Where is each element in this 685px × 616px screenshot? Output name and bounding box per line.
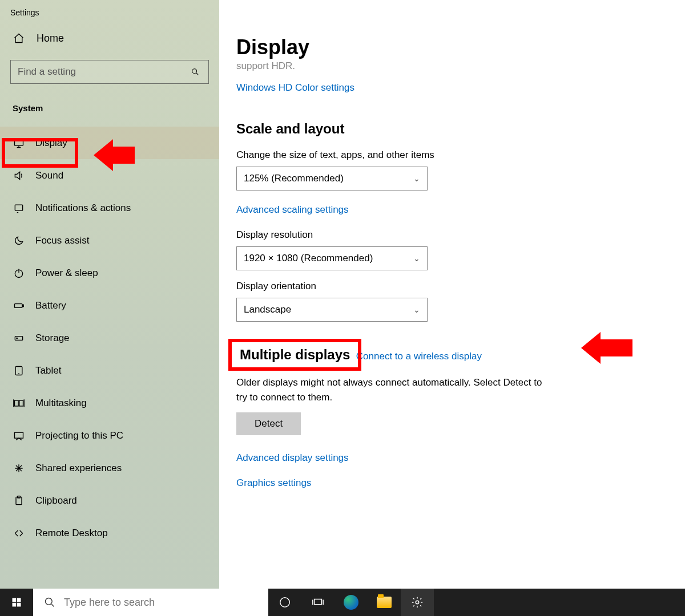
notifications-icon	[13, 202, 25, 214]
nav-item-label: Sound	[35, 170, 63, 181]
nav-item-label: Multitasking	[35, 398, 87, 409]
nav-item-label: Battery	[35, 300, 66, 311]
svg-rect-17	[17, 603, 21, 607]
search-icon	[189, 66, 202, 78]
nav-item-label: Projecting to this PC	[35, 430, 123, 441]
storage-icon	[13, 332, 25, 345]
nav-item-label: Focus assist	[35, 235, 89, 246]
svg-point-18	[46, 598, 53, 605]
dropdown-scale[interactable]: 125% (Recommended) ⌄	[236, 167, 428, 191]
nav-item-label: Remote Desktop	[35, 528, 108, 539]
label-resolution: Display resolution	[236, 229, 662, 241]
nav-item-label: Power & sleep	[35, 268, 98, 279]
nav-item-storage[interactable]: Storage	[0, 322, 219, 354]
nav-item-label: Clipboard	[35, 495, 77, 506]
svg-rect-9	[15, 400, 19, 406]
label-scale: Change the size of text, apps, and other…	[236, 149, 662, 161]
nav-home-label: Home	[37, 33, 64, 44]
taskbar-explorer[interactable]	[368, 589, 401, 616]
page-title: Display	[236, 35, 662, 59]
dropdown-orientation-value: Landscape	[244, 304, 291, 315]
chevron-down-icon: ⌄	[413, 254, 420, 263]
shared-icon	[13, 462, 25, 475]
nav-item-tablet[interactable]: Tablet	[0, 354, 219, 387]
taskbar	[0, 589, 685, 616]
annotation-arrow-multiple-displays	[581, 332, 632, 364]
dropdown-resolution-value: 1920 × 1080 (Recommended)	[244, 253, 373, 264]
sidebar-group-label: System	[0, 84, 219, 113]
svg-rect-10	[19, 400, 23, 406]
heading-scale-layout: Scale and layout	[236, 121, 662, 137]
monitor-icon	[13, 137, 25, 149]
svg-rect-11	[15, 432, 23, 438]
dropdown-resolution[interactable]: 1920 × 1080 (Recommended) ⌄	[236, 246, 428, 270]
nav-item-shared[interactable]: Shared experiences	[0, 452, 219, 484]
dropdown-scale-value: 125% (Recommended)	[244, 173, 344, 184]
sidebar: Settings Home System Display Sound	[0, 0, 219, 589]
clipboard-icon	[13, 495, 25, 507]
text-detect-note: Older displays might not always connect …	[236, 375, 545, 404]
heading-multiple-displays: Multiple displays	[236, 345, 353, 365]
sidebar-search-input[interactable]	[18, 66, 189, 78]
taskbar-search-input[interactable]	[64, 597, 268, 609]
label-orientation: Display orientation	[236, 281, 662, 292]
nav-item-clipboard[interactable]: Clipboard	[0, 484, 219, 517]
link-graphics-settings[interactable]: Graphics settings	[236, 477, 662, 489]
nav-home[interactable]: Home	[0, 17, 219, 44]
gear-icon	[411, 596, 424, 609]
nav-item-sound[interactable]: Sound	[0, 159, 219, 192]
hdr-support-fragment: support HDR.	[236, 60, 662, 72]
svg-point-19	[280, 598, 290, 607]
link-hd-color[interactable]: Windows HD Color settings	[236, 82, 354, 94]
nav-item-power[interactable]: Power & sleep	[0, 257, 219, 289]
nav-item-focus-assist[interactable]: Focus assist	[0, 224, 219, 257]
taskbar-taskview[interactable]	[301, 589, 335, 616]
window-title: Settings	[0, 0, 219, 17]
svg-point-7	[17, 338, 18, 339]
svg-rect-15	[17, 598, 21, 602]
tablet-icon	[13, 364, 25, 377]
power-icon	[13, 267, 25, 279]
home-icon	[13, 32, 25, 44]
chevron-down-icon: ⌄	[413, 174, 420, 183]
svg-rect-4	[15, 303, 22, 307]
svg-rect-1	[15, 140, 23, 145]
nav-item-battery[interactable]: Battery	[0, 289, 219, 322]
link-advanced-scaling[interactable]: Advanced scaling settings	[236, 204, 349, 216]
nav-item-label: Shared experiences	[35, 463, 122, 474]
chevron-down-icon: ⌄	[413, 305, 420, 314]
link-advanced-display[interactable]: Advanced display settings	[236, 452, 662, 464]
nav-item-display[interactable]: Display	[0, 127, 219, 159]
nav-item-label: Display	[35, 137, 67, 149]
sidebar-search[interactable]	[10, 60, 209, 84]
svg-rect-16	[13, 603, 17, 607]
link-wireless-display[interactable]: Connect to a wireless display	[356, 351, 482, 362]
button-detect[interactable]: Detect	[236, 412, 301, 435]
nav-item-notifications[interactable]: Notifications & actions	[0, 192, 219, 224]
nav-item-multitasking[interactable]: Multitasking	[0, 387, 219, 419]
moon-icon	[13, 234, 25, 247]
taskbar-cortana[interactable]	[268, 589, 301, 616]
remote-icon	[13, 527, 25, 540]
nav-item-remote[interactable]: Remote Desktop	[0, 517, 219, 549]
svg-point-0	[192, 69, 197, 74]
multitasking-icon	[13, 397, 25, 410]
edge-icon	[344, 595, 358, 610]
sound-icon	[13, 169, 25, 182]
nav-item-label: Notifications & actions	[35, 202, 131, 214]
taskbar-edge[interactable]	[335, 589, 368, 616]
dropdown-orientation[interactable]: Landscape ⌄	[236, 298, 428, 322]
nav-item-projecting[interactable]: Projecting to this PC	[0, 419, 219, 452]
svg-rect-20	[315, 599, 322, 605]
nav-item-label: Storage	[35, 333, 70, 344]
folder-icon	[377, 597, 392, 608]
taskbar-start[interactable]	[0, 589, 33, 616]
taskbar-search[interactable]	[33, 589, 268, 616]
taskbar-settings[interactable]	[401, 589, 434, 616]
search-icon	[43, 596, 56, 609]
svg-point-21	[416, 601, 419, 604]
svg-rect-2	[15, 205, 22, 210]
main-content: Display support HDR. Windows HD Color se…	[219, 0, 685, 589]
projecting-icon	[13, 429, 25, 442]
battery-icon	[13, 299, 25, 312]
